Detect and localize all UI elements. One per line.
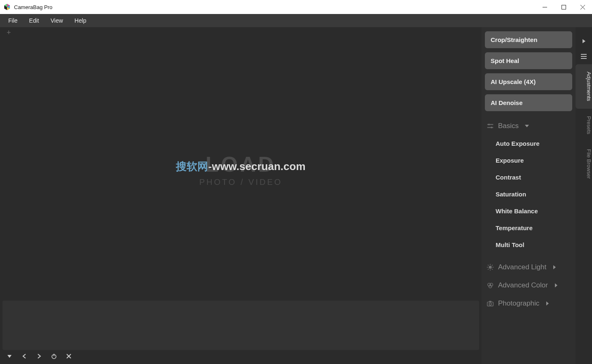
menubar: File Edit View Help (0, 14, 592, 27)
window-title: CameraBag Pro (14, 4, 52, 10)
power-button[interactable] (50, 352, 58, 360)
canvas-column: + LOAD PHOTO / VIDEO 搜软网-www.secruan.com (0, 27, 482, 364)
svg-point-34 (489, 303, 491, 305)
section-adv-color-header[interactable]: Advanced Color (485, 275, 572, 293)
svg-rect-6 (562, 5, 566, 9)
window-minimize-button[interactable] (535, 0, 554, 14)
menu-file[interactable]: File (2, 15, 23, 26)
panel-scrollbar[interactable] (573, 27, 576, 364)
section-adv-light-label: Advanced Light (498, 263, 546, 271)
rail-collapse-button[interactable] (576, 34, 592, 49)
svg-rect-16 (489, 124, 490, 126)
basics-temperature[interactable]: Temperature (485, 219, 572, 236)
rail-tab-adjustments[interactable]: Adjustments (576, 64, 592, 109)
section-adv-color-label: Advanced Color (498, 281, 548, 289)
basics-multi-tool[interactable]: Multi Tool (485, 236, 572, 253)
section-basics-label: Basics (498, 122, 519, 130)
chevron-down-icon (524, 124, 529, 128)
svg-marker-18 (525, 125, 529, 127)
load-placeholder: LOAD PHOTO / VIDEO (199, 152, 283, 187)
svg-marker-32 (555, 283, 557, 287)
svg-line-27 (488, 269, 489, 270)
section-adv-light-header[interactable]: Advanced Light (485, 257, 572, 275)
load-subtitle: PHOTO / VIDEO (199, 177, 283, 187)
menu-view[interactable]: View (45, 15, 69, 26)
load-title: LOAD (199, 152, 283, 177)
tab-strip: + (0, 27, 482, 38)
sun-icon (487, 264, 494, 271)
section-photographic-label: Photographic (498, 299, 539, 308)
section-basics-items: Auto Exposure Exposure Contrast Saturati… (485, 133, 572, 257)
svg-marker-9 (7, 355, 12, 358)
section-basics-header[interactable]: Basics (485, 115, 572, 133)
chevron-right-icon (545, 301, 550, 306)
svg-marker-36 (546, 301, 549, 306)
clear-button[interactable] (65, 352, 73, 360)
next-button[interactable] (35, 352, 43, 360)
basics-white-balance[interactable]: White Balance (485, 203, 572, 219)
adj-ai-denoise[interactable]: AI Denoise (485, 94, 572, 111)
window-maximize-button[interactable] (554, 0, 573, 14)
camera-icon (487, 300, 494, 307)
svg-rect-35 (489, 301, 491, 302)
collapse-strip-button[interactable] (6, 352, 13, 360)
adj-spot-heal[interactable]: Spot Heal (485, 52, 572, 69)
bottom-toolbar (0, 350, 482, 364)
basics-exposure[interactable]: Exposure (485, 152, 572, 169)
titlebar: CameraBag Pro (0, 0, 592, 14)
svg-marker-37 (583, 39, 585, 43)
svg-rect-17 (491, 127, 492, 128)
basics-saturation[interactable]: Saturation (485, 186, 572, 203)
window-close-button[interactable] (573, 0, 592, 14)
adjustments-panel: Crop/Straighten Spot Heal AI Upscale (4X… (482, 27, 576, 364)
section-photographic-header[interactable]: Photographic (485, 293, 572, 311)
canvas-area[interactable]: LOAD PHOTO / VIDEO 搜软网-www.secruan.com (0, 38, 482, 301)
chevron-right-icon (552, 265, 557, 270)
rail-menu-button[interactable] (576, 49, 592, 64)
hamburger-icon (580, 54, 587, 59)
chevron-right-icon (554, 283, 559, 288)
menu-help[interactable]: Help (69, 15, 92, 26)
menu-edit[interactable]: Edit (23, 15, 45, 26)
svg-marker-28 (553, 265, 556, 269)
svg-line-26 (492, 265, 493, 266)
new-tab-button[interactable]: + (4, 28, 14, 37)
sliders-icon (487, 122, 494, 130)
basics-contrast[interactable]: Contrast (485, 169, 572, 186)
svg-point-19 (489, 266, 491, 268)
basics-auto-exposure[interactable]: Auto Exposure (485, 135, 572, 152)
svg-line-24 (488, 265, 489, 266)
prev-button[interactable] (21, 352, 28, 360)
svg-line-25 (492, 269, 493, 270)
rail-tab-file-browser[interactable]: File Browser (576, 142, 592, 186)
adj-crop-straighten[interactable]: Crop/Straighten (485, 31, 572, 48)
main-area: + LOAD PHOTO / VIDEO 搜软网-www.secruan.com (0, 27, 592, 364)
side-rail: Adjustments Presets File Browser (576, 27, 592, 364)
app-logo-icon (3, 3, 11, 11)
adj-ai-upscale[interactable]: AI Upscale (4X) (485, 73, 572, 90)
rail-tab-presets[interactable]: Presets (576, 109, 592, 142)
film-strip[interactable] (2, 301, 479, 350)
palette-icon (487, 282, 494, 289)
